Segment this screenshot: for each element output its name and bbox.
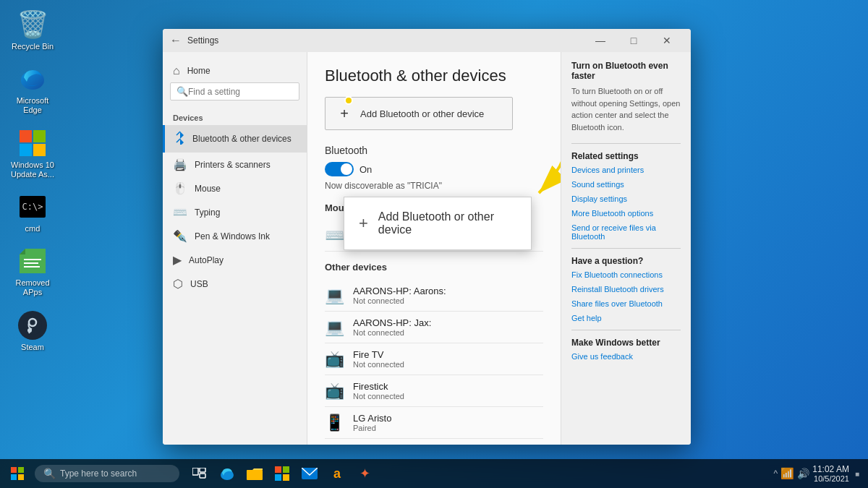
device-status-3: Not connected <box>353 392 543 401</box>
sidebar-item-mouse[interactable]: 🖱️ Mouse <box>163 176 307 200</box>
cmd-image: C:\> <box>18 192 47 221</box>
svg-rect-1 <box>20 130 32 142</box>
taskbar-items: a ✦ <box>187 461 378 487</box>
printers-label: Printers & scanners <box>195 160 271 170</box>
divider-2 <box>571 248 681 249</box>
taskbar-time: 11:02 AM <box>812 464 849 474</box>
related-link-3[interactable]: More Bluetooth options <box>571 209 681 218</box>
related-link-2[interactable]: Display settings <box>571 194 681 203</box>
svg-rect-15 <box>18 474 24 480</box>
question-link-1[interactable]: Reinstall Bluetooth drivers <box>571 285 681 294</box>
recycle-bin-image: 🗑️ <box>18 10 47 39</box>
device-item-4[interactable]: 📱 LG Aristo Paired <box>325 407 543 439</box>
home-icon: ⌂ <box>173 64 180 77</box>
device-item-3[interactable]: 📺 Firestick Not connected <box>325 375 543 407</box>
related-link-1[interactable]: Sound settings <box>571 180 681 189</box>
device-icon-1: 💻 <box>325 318 344 337</box>
mouse-icon: 🖱️ <box>173 181 187 195</box>
taskbar-search[interactable]: 🔍 Type here to search <box>35 465 179 482</box>
bluetooth-section-title: Bluetooth <box>325 145 543 156</box>
device-item-1[interactable]: 💻 AARONS-HP: Jax: Not connected <box>325 312 543 343</box>
back-button[interactable]: ← <box>170 34 182 47</box>
title-bar-left: ← Settings <box>170 34 218 47</box>
divider-1 <box>571 143 681 144</box>
desktop-icons: 🗑️ Recycle Bin <box>7 7 58 355</box>
taskbar-edge[interactable] <box>214 461 240 487</box>
bluetooth-toggle[interactable] <box>325 162 354 176</box>
make-better-title: Make Windows better <box>571 338 681 348</box>
taskbar-clock[interactable]: 11:02 AM 10/5/2021 <box>812 464 849 483</box>
sidebar-item-usb[interactable]: ⬡ USB <box>163 272 307 296</box>
taskbar-date: 10/5/2021 <box>814 474 849 483</box>
svg-rect-12 <box>11 467 17 473</box>
windows-update-icon[interactable]: Windows 10 Update As... <box>7 126 58 182</box>
device-icon-2: 📺 <box>325 350 344 369</box>
removed-apps-icon[interactable]: Removed APps <box>7 244 58 300</box>
taskbar-file-explorer[interactable] <box>242 461 268 487</box>
svg-rect-21 <box>275 466 281 473</box>
recycle-bin-label: Recycle Bin <box>12 42 54 51</box>
question-link-0[interactable]: Fix Bluetooth connections <box>571 270 681 279</box>
question-link-3[interactable]: Get help <box>571 314 681 322</box>
windows-update-image <box>18 129 47 158</box>
device-item-2[interactable]: 📺 Fire TV Not connected <box>325 343 543 375</box>
title-bar: ← Settings — □ ✕ <box>163 29 691 52</box>
device-status-0: Not connected <box>353 296 543 305</box>
sidebar-item-printers[interactable]: 🖨️ Printers & scanners <box>163 153 307 176</box>
add-device-tooltip: + Add Bluetooth or other device <box>344 197 532 250</box>
close-button[interactable]: ✕ <box>650 29 684 52</box>
taskbar-mail[interactable] <box>297 461 323 487</box>
pen-label: Pen & Windows Ink <box>195 231 270 241</box>
device-info-2: Fire TV Not connected <box>353 349 543 369</box>
taskbar-right: ^ 📶 🔊 11:02 AM 10/5/2021 ■ <box>774 464 865 483</box>
svg-rect-4 <box>33 144 46 156</box>
settings-window: ← Settings — □ ✕ ⌂ Home 🔍 <box>163 29 691 445</box>
svg-rect-17 <box>200 468 205 472</box>
start-button[interactable] <box>3 459 32 488</box>
question-link-2[interactable]: Share files over Bluetooth <box>571 299 681 308</box>
taskbar-amazon[interactable]: a <box>324 461 350 487</box>
svg-rect-22 <box>283 466 289 473</box>
cmd-icon-item[interactable]: C:\> cmd <box>7 189 58 236</box>
feedback-link[interactable]: Give us feedback <box>571 352 681 361</box>
related-link-4[interactable]: Send or receive files via Bluetooth <box>571 223 681 241</box>
keyboard-device-icon: ⌨️ <box>325 226 344 245</box>
cmd-label: cmd <box>25 224 41 234</box>
sidebar-item-typing[interactable]: ⌨️ Typing <box>163 200 307 224</box>
taskbar-task-view[interactable] <box>187 461 213 487</box>
sidebar-item-pen[interactable]: ✒️ Pen & Windows Ink <box>163 224 307 248</box>
search-input[interactable] <box>188 87 293 97</box>
related-title: Related settings <box>571 151 681 161</box>
removed-apps-image <box>18 247 47 275</box>
title-bar-controls: — □ ✕ <box>584 29 684 52</box>
minimize-button[interactable]: — <box>584 29 617 52</box>
autoplay-icon: ▶ <box>173 253 182 267</box>
usb-icon: ⬡ <box>173 277 183 291</box>
page-title: Bluetooth & other devices <box>325 67 543 85</box>
taskbar-curseforge[interactable]: ✦ <box>352 461 378 487</box>
sidebar-item-autoplay[interactable]: ▶ AutoPlay <box>163 248 307 272</box>
device-status-2: Not connected <box>353 360 543 369</box>
edge-icon-item[interactable]: Microsoft Edge <box>7 61 58 118</box>
faster-text: To turn Bluetooth on or off without open… <box>571 85 681 133</box>
svg-rect-3 <box>20 144 32 156</box>
device-item-5[interactable]: 📞 LG Aristo Paired <box>325 439 543 445</box>
device-item-0[interactable]: 💻 AARONS-HP: Aarons: Not connected <box>325 280 543 312</box>
sidebar-item-home[interactable]: ⌂ Home <box>163 59 307 82</box>
svg-point-10 <box>27 328 32 333</box>
sidebar-search[interactable]: 🔍 <box>170 82 299 100</box>
maximize-button[interactable]: □ <box>617 29 650 52</box>
svg-rect-7 <box>24 266 40 267</box>
sidebar-item-bluetooth[interactable]: Bluetooth & other devices <box>163 125 307 153</box>
related-link-0[interactable]: Devices and printers <box>571 166 681 174</box>
notification-icon[interactable]: ■ <box>855 470 859 478</box>
recycle-bin-icon[interactable]: 🗑️ Recycle Bin <box>7 7 58 54</box>
steam-icon-item[interactable]: Steam <box>7 308 58 355</box>
taskbar-store[interactable] <box>269 461 295 487</box>
volume-icon[interactable]: 🔊 <box>797 468 809 479</box>
network-icon[interactable]: 📶 <box>780 467 794 480</box>
add-bluetooth-button[interactable]: + Add Bluetooth or other device <box>325 97 513 130</box>
device-info-4: LG Aristo Paired <box>353 413 543 432</box>
taskbar-expand-icon[interactable]: ^ <box>774 468 778 479</box>
svg-rect-6 <box>24 262 38 264</box>
